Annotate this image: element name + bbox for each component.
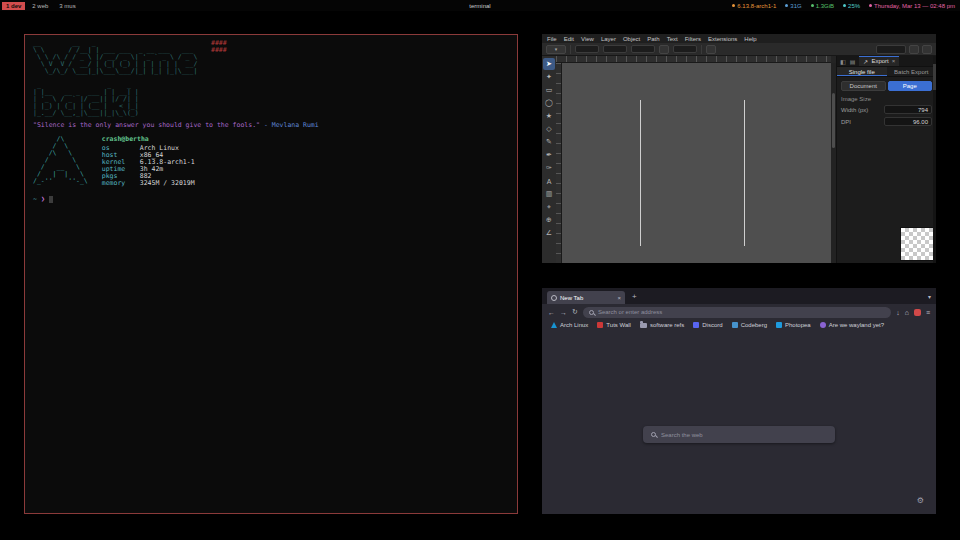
dpi-label: DPI [841,119,875,125]
menu-filters[interactable]: Filters [685,36,701,42]
menu-help[interactable]: Help [744,36,756,42]
tool-pencil[interactable]: ✎ [543,136,555,148]
new-tab-button[interactable]: + [632,293,637,301]
units-combo[interactable] [876,45,906,54]
document-button[interactable]: Document [841,81,886,91]
workspace-3-mus[interactable]: 3 mus [55,2,79,10]
fetch-user-host: crash@bertha [102,136,195,143]
tool-gradient[interactable]: ▥ [543,188,555,200]
menu-file[interactable]: File [547,36,557,42]
disk-text: 31G [790,3,801,9]
status-modules: 6.13.8-arch1-1 31G 1.3GiB 25% Thursday, … [732,3,960,9]
close-tab-icon[interactable]: × [617,295,621,301]
list-all-tabs-icon[interactable]: ▾ [928,293,931,300]
kernel-icon [732,4,735,7]
bookmark-are-we-wayland-yet[interactable]: Are we wayland yet? [820,322,884,328]
menu-layer[interactable]: Layer [601,36,616,42]
tool-measure[interactable]: ∠ [543,227,555,239]
tab-new-tab[interactable]: New Tab × [547,291,625,304]
scrollbar-thumb[interactable] [832,93,835,148]
export-dialog-tab[interactable]: ↗ Export × [859,56,899,66]
export-dialog-panel: ◧ ▤ ↗ Export × Single file Batch Export … [836,56,936,263]
menu-edit[interactable]: Edit [564,36,574,42]
inkscape-canvas[interactable] [562,63,831,263]
new-tab-page: ⚙ [542,330,936,514]
photopea-favicon [776,322,782,328]
snap-toggle-icon[interactable] [909,45,919,54]
toolbar-right-group [876,45,932,54]
tool-selector[interactable]: ➤ [543,58,555,70]
panel-scrollbar[interactable] [933,56,936,263]
tool-rectangle[interactable]: ▭ [543,84,555,96]
disk-icon [785,4,788,7]
tool-calligraphy[interactable]: ✑ [543,162,555,174]
selection-mode-dropdown[interactable]: ▾ [546,45,566,54]
tool-star[interactable]: ★ [543,110,555,122]
bookmark-discord[interactable]: Discord [693,322,722,328]
tool-pen[interactable]: ✒ [543,149,555,161]
arch-logo-ascii: /\ / \ /\ \ / \ / __ \ / | | \ /_-'' ''-… [33,136,88,187]
tool-zoom[interactable]: ⊕ [543,214,555,226]
dialog-tab-bar: ◧ ▤ ↗ Export × [837,56,936,67]
shell-prompt[interactable]: ~ ❯ [33,196,509,203]
dpi-input[interactable]: 96.00 [884,117,932,126]
x-coordinate-spinbox[interactable] [575,45,599,53]
fetch-info: crash@bertha os Arch Linux host x86_64 k… [102,136,195,187]
url-input[interactable] [598,309,885,315]
inkscape-menubar: File Edit View Layer Object Path Text Fi… [542,34,936,43]
menu-extensions[interactable]: Extensions [708,36,737,42]
lock-ratio-icon[interactable] [659,45,669,54]
page-left-edge [640,100,641,246]
tool-dropper[interactable]: ⌖ [543,201,555,213]
menu-button[interactable]: ≡ [926,309,930,316]
width-input[interactable]: 794 [884,105,932,114]
dock-icon-1[interactable]: ◧ [840,58,846,65]
tab-single-file[interactable]: Single file [837,67,887,76]
personalize-gear-icon[interactable]: ⚙ [917,496,924,505]
dock-icon-2[interactable]: ▤ [850,58,856,65]
workspace-2-web[interactable]: 2 web [28,2,52,10]
tool-3dbox[interactable]: ◇ [543,123,555,135]
tab-favicon [551,295,557,301]
web-search-input[interactable] [661,432,827,438]
home-button[interactable]: ⌂ [905,309,909,316]
bookmark-tuts-wall[interactable]: Tuts Wall [597,322,631,328]
tab-batch-export[interactable]: Batch Export [887,67,937,76]
export-icon: ↗ [863,58,868,65]
quote-text: "Silence is the only answer you should g… [33,121,260,129]
panel-scrollbar-thumb[interactable] [933,64,936,90]
bookmark-folder-software-refs[interactable]: software refs [640,322,684,328]
web-search-box[interactable] [643,426,835,443]
bookmark-codeberg[interactable]: Codeberg [732,322,767,328]
fetch-output: /\ / \ /\ \ / \ / __ \ / | | \ /_-'' ''-… [33,136,509,187]
height-spinbox[interactable] [673,45,697,53]
menu-object[interactable]: Object [623,36,640,42]
toolbar-button[interactable] [706,45,716,54]
tab-title: New Tab [560,295,583,301]
tool-node[interactable]: ✦ [543,71,555,83]
reload-button[interactable]: ↻ [572,308,578,316]
inkscape-window[interactable]: File Edit View Layer Object Path Text Fi… [542,34,936,263]
display-mode-icon[interactable] [922,45,932,54]
url-bar[interactable] [583,307,891,318]
firefox-window[interactable]: New Tab × + ▾ ← → ↻ ↓ ⌂ ≡ Arch Linux [542,288,936,514]
tool-ellipse[interactable]: ◯ [543,97,555,109]
codeberg-favicon [732,322,738,328]
menu-view[interactable]: View [581,36,594,42]
tool-text[interactable]: A [543,175,555,187]
workspace-1-dev[interactable]: 1 dev [2,2,25,10]
menu-path[interactable]: Path [647,36,659,42]
bookmark-arch-linux[interactable]: Arch Linux [551,322,588,328]
bookmark-photopea[interactable]: Photopea [776,322,811,328]
width-spinbox[interactable] [631,45,655,53]
menu-text[interactable]: Text [667,36,678,42]
forward-button[interactable]: → [560,309,567,316]
ublock-extension-icon[interactable] [914,309,921,316]
inkscape-toolbox: ➤ ✦ ▭ ◯ ★ ◇ ✎ ✒ ✑ A ▥ ⌖ ⊕ ∠ [542,56,556,263]
terminal-window[interactable]: __ __ _ \ \ / /__| | ___ ___ _ __ ___ __… [24,34,518,514]
close-dialog-icon[interactable]: × [892,58,896,64]
y-coordinate-spinbox[interactable] [603,45,627,53]
page-button[interactable]: Page [888,81,933,91]
downloads-button[interactable]: ↓ [896,309,900,316]
back-button[interactable]: ← [548,309,555,316]
